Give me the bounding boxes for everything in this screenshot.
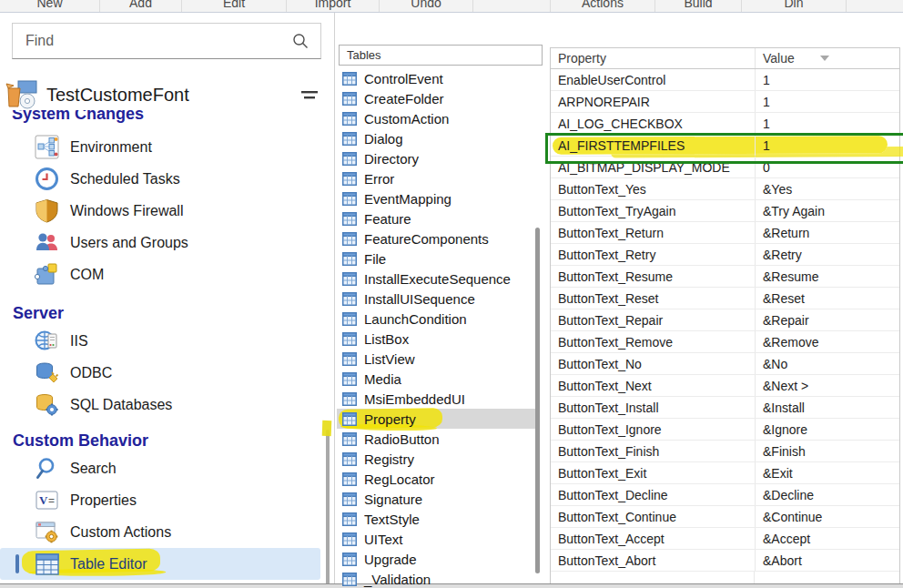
- property-row[interactable]: ButtonText_Exit &Exit: [551, 462, 899, 484]
- property-name-cell[interactable]: AI_FIRSTTEMPFILES: [551, 138, 755, 153]
- property-row[interactable]: AI_BITMAP_DISPLAY_MODE 0: [551, 157, 899, 178]
- find-search-box[interactable]: [12, 23, 321, 59]
- toolbar-item-undo[interactable]: Undo: [380, 0, 473, 13]
- property-name-cell[interactable]: ButtonText_Reset: [551, 291, 755, 306]
- sidebar-item-table-editor[interactable]: Table Editor: [0, 548, 320, 580]
- table-list-item[interactable]: Directory: [337, 148, 537, 168]
- property-value-cell[interactable]: &Accept: [755, 528, 899, 549]
- property-name-cell[interactable]: ButtonText_Finish: [551, 444, 755, 459]
- property-row[interactable]: ButtonText_Decline &Decline: [551, 484, 899, 506]
- property-value-cell[interactable]: 1: [755, 113, 899, 134]
- property-row[interactable]: EnableUserControl 1: [551, 69, 899, 91]
- table-list-item[interactable]: CustomAction: [337, 108, 537, 128]
- property-row[interactable]: ButtonText_Finish &Finish: [551, 441, 899, 462]
- table-list-item[interactable]: InstallUISequence: [337, 289, 537, 309]
- table-list-item[interactable]: Dialog: [337, 128, 537, 148]
- table-list-item[interactable]: Media: [337, 369, 537, 389]
- property-name-cell[interactable]: ButtonText_Continue: [551, 510, 755, 524]
- table-list-item[interactable]: TextStyle: [337, 509, 537, 529]
- toolbar-item-add[interactable]: Add: [100, 0, 182, 13]
- table-list-item[interactable]: RadioButton: [337, 429, 537, 449]
- property-value-cell[interactable]: &No: [755, 353, 899, 374]
- table-list-item[interactable]: Registry: [337, 449, 537, 469]
- property-name-cell[interactable]: ButtonText_Yes: [551, 182, 755, 197]
- property-value-cell[interactable]: &Return: [755, 222, 899, 243]
- property-name-cell[interactable]: ButtonText_Return: [551, 226, 755, 240]
- sidebar-item-properties[interactable]: V = Properties: [0, 484, 335, 516]
- property-value-cell[interactable]: &Yes: [755, 178, 899, 199]
- property-row[interactable]: ButtonText_Remove &Remove: [551, 331, 899, 353]
- property-row[interactable]: ARPNOREPAIR 1: [551, 91, 899, 113]
- sidebar-item-odbc[interactable]: ODBC: [0, 357, 335, 389]
- property-name-cell[interactable]: ButtonText_Ignore: [551, 422, 755, 437]
- property-name-cell[interactable]: ButtonText_Exit: [551, 466, 755, 481]
- property-row[interactable]: ButtonText_Continue &Continue: [551, 506, 899, 528]
- property-row[interactable]: ButtonText_Retry &Retry: [551, 244, 899, 266]
- sidebar-item-windows-firewall[interactable]: Windows Firewall: [0, 195, 335, 227]
- property-name-cell[interactable]: ButtonText_Resume: [551, 269, 755, 284]
- toolbar-item-import[interactable]: Import: [287, 0, 380, 13]
- property-row[interactable]: ButtonText_Repair &Repair: [551, 309, 899, 331]
- property-value-cell[interactable]: &Finish: [755, 441, 899, 461]
- property-value-cell[interactable]: 1: [755, 135, 899, 156]
- table-list-item[interactable]: ControlEvent: [337, 68, 537, 88]
- table-list-item[interactable]: Error: [337, 168, 537, 188]
- property-name-cell[interactable]: AI_LOG_CHECKBOX: [551, 117, 755, 131]
- property-name-cell[interactable]: ButtonText_Repair: [551, 313, 755, 328]
- property-row[interactable]: ButtonText_TryAgain &Try Again: [551, 200, 899, 222]
- property-name-cell[interactable]: ButtonText_Install: [551, 400, 755, 415]
- property-name-cell[interactable]: ButtonText_TryAgain: [551, 204, 755, 218]
- property-name-cell[interactable]: ButtonText_No: [551, 357, 755, 371]
- toolbar-item-new[interactable]: New: [0, 0, 100, 13]
- sidebar-item-custom-actions[interactable]: Custom Actions: [0, 516, 335, 548]
- property-value-cell[interactable]: &Retry: [755, 244, 899, 265]
- property-row[interactable]: ButtonText_Next &Next >: [551, 375, 899, 397]
- property-value-cell[interactable]: &Reset: [755, 288, 899, 309]
- table-list-item[interactable]: InstallExecuteSequence: [337, 269, 537, 289]
- property-value-cell[interactable]: &Remove: [755, 331, 899, 352]
- column-header-property[interactable]: Property: [551, 51, 755, 66]
- toolbar-item-build[interactable]: Build: [655, 0, 742, 13]
- table-list-item[interactable]: Signature: [337, 489, 537, 509]
- property-name-cell[interactable]: ButtonText_Accept: [551, 532, 755, 546]
- table-list-item[interactable]: LaunchCondition: [337, 309, 537, 329]
- sidebar-item-scheduled-tasks[interactable]: Scheduled Tasks: [0, 163, 335, 195]
- table-list-item[interactable]: Property: [337, 409, 537, 429]
- property-value-cell[interactable]: &Ignore: [755, 419, 899, 440]
- property-value-cell[interactable]: &Install: [755, 397, 899, 418]
- property-value-cell[interactable]: 1: [755, 91, 899, 112]
- table-list-item[interactable]: File: [337, 248, 537, 269]
- search-input[interactable]: [24, 32, 291, 50]
- table-list-item[interactable]: CreateFolder: [337, 88, 537, 108]
- property-value-cell[interactable]: &Decline: [755, 484, 899, 505]
- property-row[interactable]: ButtonText_Resume &Resume: [551, 266, 899, 288]
- property-value-cell[interactable]: &Next >: [755, 375, 899, 396]
- property-value-cell[interactable]: &Try Again: [755, 200, 899, 221]
- tables-column-header[interactable]: Tables: [339, 45, 543, 66]
- sidebar-scrollbar[interactable]: [326, 430, 330, 588]
- property-name-cell[interactable]: ButtonText_Abort: [551, 553, 755, 568]
- tables-scrollbar[interactable]: [535, 228, 540, 573]
- sidebar-item-environment[interactable]: Environment: [0, 131, 335, 163]
- property-row[interactable]: ButtonText_Ignore &Ignore: [551, 419, 899, 441]
- toolbar-item-edit[interactable]: Edit: [182, 0, 287, 13]
- sidebar-item-com[interactable]: COM: [0, 259, 335, 290]
- sidebar-item-search[interactable]: Search: [0, 452, 335, 484]
- property-name-cell[interactable]: ARPNOREPAIR: [551, 95, 755, 109]
- property-row[interactable]: ButtonText_Reset &Reset: [551, 288, 899, 309]
- sidebar-item-sql-databases[interactable]: SQL Databases: [0, 389, 335, 421]
- property-value-cell[interactable]: 1: [755, 69, 899, 90]
- property-row[interactable]: ButtonText_Accept &Accept: [551, 528, 899, 550]
- property-value-cell[interactable]: &Continue: [755, 506, 899, 527]
- table-list-item[interactable]: RegLocator: [337, 469, 537, 489]
- property-row[interactable]: ButtonText_No &No: [551, 353, 899, 375]
- table-list-item[interactable]: MsiEmbeddedUI: [337, 389, 537, 409]
- table-list-item[interactable]: Upgrade: [337, 549, 537, 569]
- toolbar-item-actions[interactable]: Actions: [551, 0, 655, 13]
- property-name-cell[interactable]: ButtonText_Remove: [551, 335, 755, 350]
- property-name-cell[interactable]: ButtonText_Decline: [551, 488, 755, 502]
- property-name-cell[interactable]: ButtonText_Retry: [551, 248, 755, 262]
- column-header-value[interactable]: Value: [755, 48, 899, 68]
- property-row[interactable]: ButtonText_Yes &Yes: [551, 178, 899, 200]
- property-name-cell[interactable]: ButtonText_Next: [551, 379, 755, 393]
